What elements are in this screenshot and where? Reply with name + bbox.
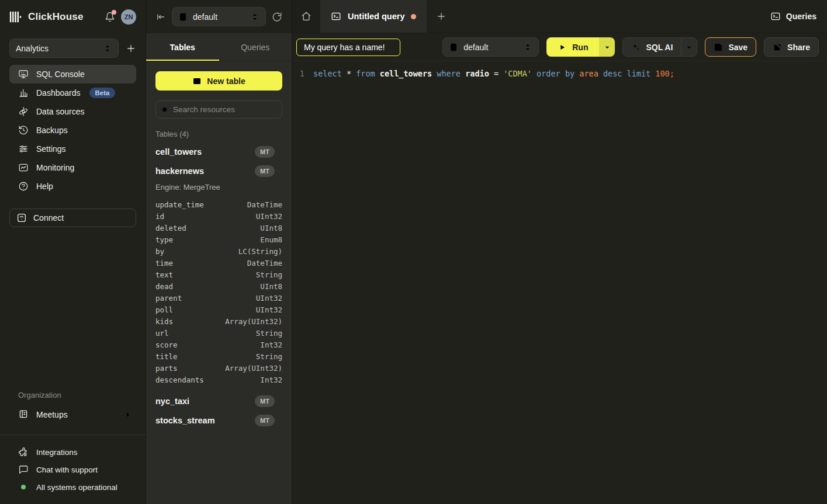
column-name: update_time <box>155 200 204 209</box>
column-row[interactable]: poll UInt32 <box>155 304 282 315</box>
search-input[interactable] <box>173 105 276 114</box>
table-name: stocks_stream <box>155 416 215 425</box>
column-row[interactable]: title String <box>155 350 282 362</box>
sidebar-header: ClickHouse ZN <box>0 0 146 33</box>
query-name-input[interactable] <box>296 39 400 56</box>
sql-token: * <box>347 69 356 78</box>
workspace-selector[interactable]: Analytics <box>9 39 119 58</box>
save-button[interactable]: Save <box>705 37 756 57</box>
column-type: DateTime <box>247 259 282 267</box>
brand[interactable]: ClickHouse <box>9 11 84 23</box>
sql-editor[interactable]: 1 select * from cell_towers where radio … <box>292 61 827 504</box>
table-row-nyc-taxi[interactable]: nyc_taxi MT <box>155 391 282 411</box>
column-row[interactable]: descendants Int32 <box>155 374 282 385</box>
collapse-panel-button[interactable] <box>155 12 166 22</box>
integrations-icon <box>18 447 29 457</box>
share-button[interactable]: Share <box>764 37 819 57</box>
sql-ai-split-button: SQL AI <box>622 37 697 57</box>
table-name: cell_towers <box>155 147 202 157</box>
column-row[interactable]: by LC(String) <box>155 245 282 257</box>
toolbar-database-value: default <box>463 43 518 52</box>
sidebar-item-integrations[interactable]: Integrations <box>0 443 146 461</box>
column-row[interactable]: score Int32 <box>155 339 282 350</box>
home-button[interactable] <box>292 0 320 33</box>
tab-queries[interactable]: Queries <box>219 33 292 61</box>
integrations-label: Integrations <box>36 448 78 457</box>
sql-ai-button[interactable]: SQL AI <box>623 38 681 56</box>
column-row[interactable]: parent UInt32 <box>155 292 282 304</box>
plus-icon <box>436 11 447 22</box>
table-row-hackernews[interactable]: hackernews MT <box>155 161 282 180</box>
column-type: Array(UInt32) <box>225 317 282 326</box>
connect-label: Connect <box>33 213 64 223</box>
table-row-stocks-stream[interactable]: stocks_stream MT <box>155 411 282 430</box>
column-name: text <box>155 270 173 279</box>
sql-token: limit <box>627 69 656 78</box>
sidebar-item-meetups[interactable]: Meetups <box>9 405 136 424</box>
column-type: LC(String) <box>238 247 282 256</box>
column-name: url <box>155 329 169 338</box>
plus-icon <box>126 43 136 54</box>
search-resources[interactable] <box>155 100 282 119</box>
column-type: Array(UInt32) <box>225 364 282 373</box>
meetups-icon <box>18 409 29 421</box>
table-name: nyc_taxi <box>155 397 189 406</box>
column-row[interactable]: id UInt32 <box>155 210 282 222</box>
add-workspace-button[interactable] <box>126 43 136 54</box>
column-row[interactable]: type Enum8 <box>155 234 282 245</box>
notifications-button[interactable] <box>105 12 115 22</box>
column-name: id <box>155 212 164 221</box>
table-row-cell-towers[interactable]: cell_towers MT <box>155 142 282 161</box>
query-tab[interactable]: Untitled query <box>320 0 427 33</box>
column-row[interactable]: deleted UInt8 <box>155 222 282 234</box>
save-label: Save <box>728 43 748 52</box>
sidebar: ClickHouse ZN Analytics SQL Con <box>0 0 146 504</box>
column-row[interactable]: update_time DateTime <box>155 199 282 210</box>
column-name: descendants <box>155 376 204 384</box>
save-icon <box>714 43 723 52</box>
column-row[interactable]: kids Array(UInt32) <box>155 315 282 327</box>
column-row[interactable]: time DateTime <box>155 257 282 269</box>
sidebar-item-help[interactable]: Help <box>9 177 136 196</box>
column-name: poll <box>155 305 173 314</box>
sidebar-item-chat-support[interactable]: Chat with support <box>0 461 146 478</box>
toolbar-database-selector[interactable]: default <box>442 37 539 57</box>
connect-button[interactable]: Connect <box>9 208 136 227</box>
beta-badge: Beta <box>89 88 116 98</box>
column-row[interactable]: dead UInt8 <box>155 280 282 292</box>
sql-code[interactable]: select * from cell_towers where radio = … <box>313 68 674 79</box>
system-status[interactable]: All systems operational <box>0 478 146 496</box>
sql-token: cell_towers <box>380 69 437 78</box>
explorer-body: New table Tables (4) cell_towers MT hack… <box>146 61 292 504</box>
column-row[interactable]: url String <box>155 327 282 339</box>
run-options-button[interactable] <box>599 37 615 57</box>
run-split-button: Run <box>546 37 615 57</box>
refresh-button[interactable] <box>272 12 282 22</box>
new-table-button[interactable]: New table <box>155 71 282 91</box>
sidebar-item-dashboards[interactable]: Dashboards Beta <box>9 84 136 102</box>
run-button[interactable]: Run <box>546 37 599 57</box>
sql-token: 'CDMA' <box>503 69 537 78</box>
sparkles-icon <box>631 43 641 52</box>
sql-token: 100; <box>655 69 674 78</box>
sidebar-item-settings[interactable]: Settings <box>9 140 136 158</box>
table-icon <box>192 77 202 86</box>
sql-ai-options-button[interactable] <box>681 38 697 56</box>
sidebar-item-data-sources[interactable]: Data sources <box>9 102 136 121</box>
sidebar-item-sql-console[interactable]: SQL Console <box>9 65 136 84</box>
queries-button[interactable]: Queries <box>760 0 827 33</box>
avatar[interactable]: ZN <box>121 9 136 25</box>
column-row[interactable]: text String <box>155 269 282 280</box>
backups-icon <box>18 125 29 135</box>
sql-token: = <box>494 69 503 78</box>
database-selector[interactable]: default <box>172 7 266 26</box>
tab-tables[interactable]: Tables <box>146 33 219 61</box>
column-row[interactable]: parts Array(UInt32) <box>155 362 282 374</box>
engine-badge: MT <box>255 146 275 158</box>
terminal-icon <box>770 11 781 22</box>
column-type: String <box>256 329 282 338</box>
new-query-tab-button[interactable] <box>427 0 456 33</box>
sidebar-item-monitoring[interactable]: Monitoring <box>9 158 136 177</box>
sidebar-item-backups[interactable]: Backups <box>9 121 136 140</box>
column-type: UInt32 <box>256 305 282 314</box>
